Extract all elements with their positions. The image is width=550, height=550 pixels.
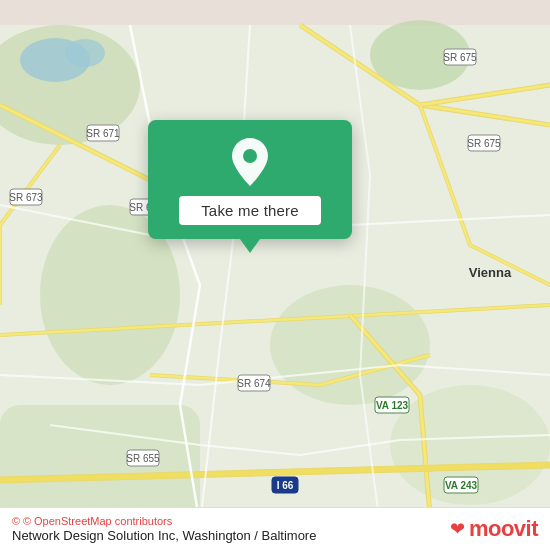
copyright-icon: © — [12, 515, 20, 527]
moovit-heart-icon: ❤ — [450, 518, 465, 540]
map-container: SR 675 SR 675 SR 671 SR 671 SR 673 Vienn… — [0, 0, 550, 550]
take-me-there-button[interactable]: Take me there — [179, 196, 321, 225]
osm-attribution: © © OpenStreetMap contributors — [12, 515, 316, 527]
location-icon-wrapper — [226, 138, 274, 186]
map-background: SR 675 SR 675 SR 671 SR 671 SR 673 Vienn… — [0, 0, 550, 550]
svg-text:SR 674: SR 674 — [237, 378, 271, 389]
place-name: Network Design Solution Inc, Washington … — [12, 528, 316, 543]
svg-point-8 — [65, 39, 105, 67]
bottom-bar: © © OpenStreetMap contributors Network D… — [0, 507, 550, 550]
popup-card: Take me there — [148, 120, 352, 239]
svg-text:SR 673: SR 673 — [9, 192, 43, 203]
svg-text:SR 675: SR 675 — [467, 138, 501, 149]
bottom-bar-left: © © OpenStreetMap contributors Network D… — [12, 515, 316, 543]
moovit-logo-text: moovit — [469, 516, 538, 542]
svg-point-4 — [270, 285, 430, 405]
svg-text:Vienna: Vienna — [469, 265, 512, 280]
svg-point-30 — [243, 149, 257, 163]
svg-text:SR 671: SR 671 — [86, 128, 120, 139]
svg-text:SR 655: SR 655 — [126, 453, 160, 464]
location-pin-icon — [228, 136, 272, 188]
osm-text: © OpenStreetMap contributors — [23, 515, 172, 527]
svg-text:VA 123: VA 123 — [376, 400, 409, 411]
moovit-logo: ❤ moovit — [450, 516, 538, 542]
svg-text:I 66: I 66 — [277, 480, 294, 491]
svg-text:SR 675: SR 675 — [443, 52, 477, 63]
svg-text:VA 243: VA 243 — [445, 480, 478, 491]
